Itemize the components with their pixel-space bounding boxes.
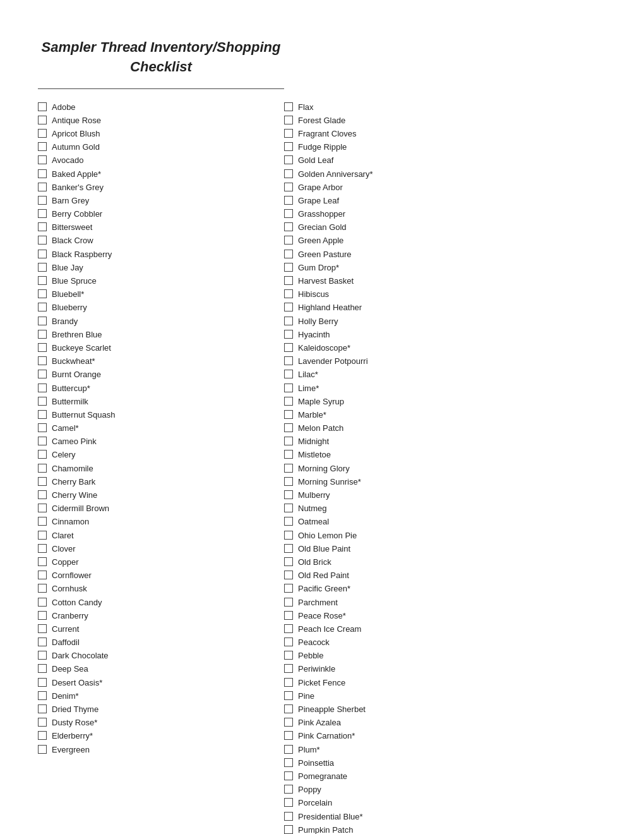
checkbox[interactable]: [38, 423, 47, 432]
checkbox[interactable]: [38, 745, 47, 754]
checkbox[interactable]: [284, 771, 293, 780]
checkbox[interactable]: [284, 276, 293, 285]
checkbox[interactable]: [38, 250, 47, 258]
checkbox[interactable]: [38, 222, 47, 231]
checkbox[interactable]: [284, 330, 293, 339]
checkbox[interactable]: [38, 437, 47, 445]
checkbox[interactable]: [284, 731, 293, 740]
checkbox[interactable]: [38, 384, 47, 392]
checkbox[interactable]: [38, 397, 47, 406]
checkbox[interactable]: [284, 437, 293, 445]
checkbox[interactable]: [284, 317, 293, 325]
checkbox[interactable]: [284, 263, 293, 272]
checkbox[interactable]: [284, 651, 293, 660]
checkbox[interactable]: [38, 236, 47, 245]
checkbox[interactable]: [284, 544, 293, 553]
checkbox[interactable]: [284, 142, 293, 151]
checkbox[interactable]: [38, 116, 47, 124]
checkbox[interactable]: [284, 798, 293, 807]
checkbox[interactable]: [38, 370, 47, 378]
checkbox[interactable]: [38, 155, 47, 164]
checkbox[interactable]: [284, 169, 293, 178]
checkbox[interactable]: [284, 450, 293, 459]
checkbox[interactable]: [284, 571, 293, 579]
checkbox[interactable]: [284, 691, 293, 700]
checkbox[interactable]: [38, 289, 47, 298]
checkbox[interactable]: [284, 557, 293, 566]
checkbox[interactable]: [284, 102, 293, 111]
checkbox[interactable]: [284, 531, 293, 540]
checkbox[interactable]: [38, 196, 47, 205]
checkbox[interactable]: [38, 651, 47, 660]
checkbox[interactable]: [38, 557, 47, 566]
checkbox[interactable]: [38, 678, 47, 687]
checkbox[interactable]: [38, 477, 47, 486]
checkbox[interactable]: [284, 812, 293, 821]
checkbox[interactable]: [284, 611, 293, 620]
checkbox[interactable]: [284, 638, 293, 646]
checkbox[interactable]: [284, 303, 293, 311]
checkbox[interactable]: [38, 129, 47, 138]
checkbox[interactable]: [38, 664, 47, 673]
checkbox[interactable]: [38, 598, 47, 607]
checkbox[interactable]: [38, 638, 47, 646]
checkbox[interactable]: [284, 196, 293, 205]
checkbox[interactable]: [284, 624, 293, 633]
checkbox[interactable]: [38, 464, 47, 473]
checkbox[interactable]: [284, 116, 293, 124]
checkbox[interactable]: [284, 704, 293, 713]
checkbox[interactable]: [38, 517, 47, 526]
checkbox[interactable]: [38, 102, 47, 111]
checkbox[interactable]: [38, 303, 47, 311]
checkbox[interactable]: [284, 356, 293, 365]
checkbox[interactable]: [284, 825, 293, 834]
checkbox[interactable]: [284, 678, 293, 687]
checkbox[interactable]: [38, 183, 47, 191]
checkbox[interactable]: [38, 544, 47, 553]
checkbox[interactable]: [38, 276, 47, 285]
checkbox[interactable]: [284, 410, 293, 419]
checkbox[interactable]: [284, 718, 293, 727]
checkbox[interactable]: [38, 317, 47, 325]
checkbox[interactable]: [38, 330, 47, 339]
checkbox[interactable]: [38, 704, 47, 713]
checkbox[interactable]: [284, 236, 293, 245]
checkbox[interactable]: [284, 155, 293, 164]
checkbox[interactable]: [284, 397, 293, 406]
checkbox[interactable]: [38, 169, 47, 178]
checkbox[interactable]: [284, 745, 293, 754]
checkbox[interactable]: [284, 785, 293, 794]
checkbox[interactable]: [38, 450, 47, 459]
checkbox[interactable]: [284, 664, 293, 673]
checkbox[interactable]: [284, 477, 293, 486]
checkbox[interactable]: [38, 571, 47, 579]
checkbox[interactable]: [284, 370, 293, 378]
checkbox[interactable]: [284, 464, 293, 473]
checkbox[interactable]: [38, 490, 47, 499]
checkbox[interactable]: [284, 598, 293, 607]
checkbox[interactable]: [38, 356, 47, 365]
checkbox[interactable]: [284, 250, 293, 258]
checkbox[interactable]: [38, 142, 47, 151]
checkbox[interactable]: [284, 423, 293, 432]
checkbox[interactable]: [284, 183, 293, 191]
checkbox[interactable]: [284, 384, 293, 392]
checkbox[interactable]: [284, 343, 293, 352]
checkbox[interactable]: [38, 531, 47, 540]
checkbox[interactable]: [38, 410, 47, 419]
checkbox[interactable]: [284, 209, 293, 218]
checkbox[interactable]: [284, 490, 293, 499]
checkbox[interactable]: [38, 691, 47, 700]
checkbox[interactable]: [38, 611, 47, 620]
checkbox[interactable]: [38, 263, 47, 272]
checkbox[interactable]: [38, 343, 47, 352]
checkbox[interactable]: [38, 584, 47, 593]
checkbox[interactable]: [284, 129, 293, 138]
checkbox[interactable]: [284, 758, 293, 767]
checkbox[interactable]: [284, 584, 293, 593]
checkbox[interactable]: [284, 289, 293, 298]
checkbox[interactable]: [38, 731, 47, 740]
checkbox[interactable]: [38, 718, 47, 727]
checkbox[interactable]: [284, 517, 293, 526]
checkbox[interactable]: [284, 504, 293, 512]
